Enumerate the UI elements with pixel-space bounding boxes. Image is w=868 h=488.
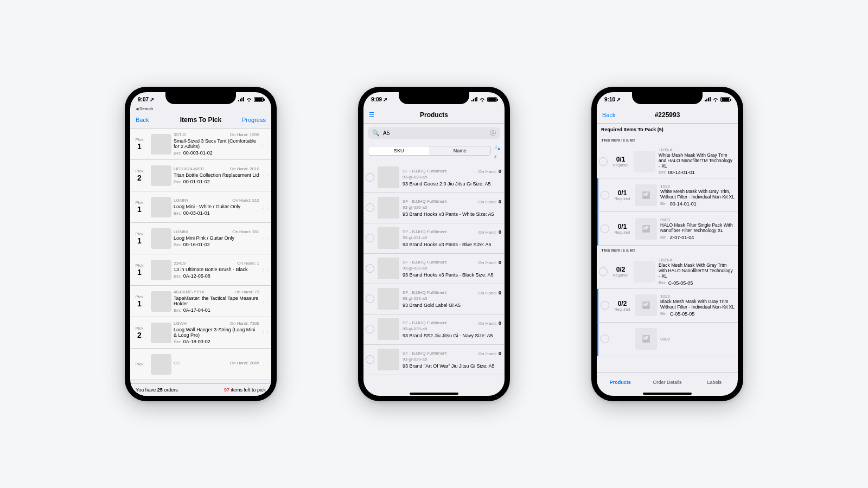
wifi-icon xyxy=(479,97,486,102)
pick-row[interactable]: Pick2 LGWH On Hand: 7306 Loog Wall Hange… xyxy=(130,317,271,349)
select-radio[interactable] xyxy=(366,234,374,242)
signal-icon xyxy=(705,97,711,101)
wifi-icon xyxy=(246,97,252,102)
drag-handle-icon[interactable]: ⋮⋮ xyxy=(261,131,269,157)
sku-label: 93-gi-028-a5 xyxy=(403,175,501,179)
pick-list[interactable]: Pick1 3ST-S On Hand: 1559 Small-Sized 3 … xyxy=(130,129,271,383)
pick-row[interactable]: Pick CC On Hand: 2865 ⋮⋮ xyxy=(130,349,271,380)
segment-name[interactable]: Name xyxy=(429,146,490,155)
image-placeholder-icon xyxy=(635,218,657,240)
select-radio[interactable] xyxy=(366,294,374,303)
pack-row[interactable]: 0/1 Required 1033-K White Mesh Mask With… xyxy=(597,145,738,178)
fulfillment-label: SF - BJJHQ Fulfillment xyxy=(403,260,446,265)
sku-label: 23419 xyxy=(174,261,186,266)
sku-label: 93-gi-035-a5 xyxy=(403,326,501,331)
search-box[interactable]: 🔍 ⓧ xyxy=(368,127,500,139)
onhand: On Hand: 0 xyxy=(478,320,501,326)
location-icon: ➚ xyxy=(150,97,154,102)
fulfillment-label: SF - BJJHQ Fulfillment xyxy=(403,320,446,326)
back-to-search[interactable]: ◀ Search xyxy=(130,106,271,111)
pick-row[interactable]: Pick1 LGMIW On Hand: 310 Loog Mini - Whi… xyxy=(130,191,271,223)
tab-products[interactable]: Products xyxy=(597,373,644,391)
product-name: White Mesh Mask With Gray Trim, Without … xyxy=(660,189,735,200)
pack-row[interactable]: 0/1 Required 9003 HALO Mask Filter Singl… xyxy=(597,212,738,246)
select-radio[interactable] xyxy=(366,355,374,364)
drag-handle-icon[interactable]: ⋮⋮ xyxy=(261,351,269,377)
onhand: On Hand: 2010 xyxy=(230,166,259,171)
select-radio[interactable] xyxy=(366,173,374,182)
product-name: 13 in Ultimate Bottle Brush - Black xyxy=(174,267,259,272)
select-radio[interactable] xyxy=(366,203,374,212)
drag-handle-icon[interactable]: ⋮⋮ xyxy=(261,288,269,314)
battery-icon xyxy=(487,97,497,102)
product-row[interactable]: SF - BJJHQ Fulfillment On Hand: 0 93-gi-… xyxy=(363,284,505,314)
product-name: 93 Brand Hooks v3 Pants - Blue Size: A5 xyxy=(403,242,501,247)
search-icon: 🔍 xyxy=(372,130,380,137)
nav-bar: ☰ Products xyxy=(363,106,505,124)
pick-row[interactable]: Pick1 23419 On Hand: 1 13 in Ultimate Bo… xyxy=(130,254,271,286)
pick-row[interactable]: Pick2 LID31674-WEB On Hand: 2010 Titan B… xyxy=(130,160,271,191)
product-name: 93 Brand Goose 2.0 Jiu Jitsu Gi Size: A5 xyxy=(403,181,501,187)
product-row[interactable]: SF - BJJHQ Fulfillment On Hand: 0 93-gi-… xyxy=(363,193,505,223)
product-row[interactable]: SF - BJJHQ Fulfillment On Hand: 0 93-gi-… xyxy=(363,254,505,284)
bin-value: 00-03-01-01 xyxy=(183,210,210,216)
sku-label: 1033-K xyxy=(659,147,735,152)
page-title: Items To Pick xyxy=(163,116,239,124)
pick-row[interactable]: Pick1 48-BKMF-YY74 On Hand: 73 TapeMaste… xyxy=(130,286,271,317)
pack-list[interactable]: This item is a kit 0/1 Required 1033-K W… xyxy=(597,136,738,373)
back-triangle-icon: ◀ xyxy=(136,107,138,111)
product-thumbnail xyxy=(151,134,171,155)
pack-row[interactable]: 0/2 Required 1023-K Black Mesh Mask With… xyxy=(597,255,738,288)
tab-order-details[interactable]: Order Details xyxy=(644,373,691,391)
product-thumbnail xyxy=(378,166,399,188)
select-radio[interactable] xyxy=(366,325,374,333)
sort-direction-icon[interactable]: ↓AZ xyxy=(494,143,500,159)
product-row[interactable]: SF - BJJHQ Fulfillment On Hand: 0 93-gi-… xyxy=(363,345,505,375)
product-row[interactable]: SF - BJJHQ Fulfillment On Hand: 0 93-gi-… xyxy=(363,314,505,345)
select-radio[interactable] xyxy=(601,191,609,200)
pick-count: Pick1 xyxy=(130,256,149,283)
product-thumbnail xyxy=(151,323,171,343)
pack-row[interactable]: 9003 xyxy=(597,323,738,356)
tab-labels[interactable]: Labels xyxy=(691,373,738,391)
back-button[interactable]: Back xyxy=(602,112,629,118)
select-radio[interactable] xyxy=(366,264,374,273)
pick-row[interactable]: Pick1 LGMIM On Hand: 381 Loog Mini Pink … xyxy=(130,223,271,254)
drag-handle-icon[interactable]: ⋮⋮ xyxy=(261,225,269,252)
segment-sku[interactable]: SKU xyxy=(368,146,429,155)
sort-segment: SKU Name xyxy=(368,146,491,156)
clear-search-icon[interactable]: ⓧ xyxy=(490,129,496,137)
required-count: 0/1 Required xyxy=(612,223,632,234)
pick-row[interactable]: Pick1 3ST-S On Hand: 1559 Small-Sized 3 … xyxy=(130,129,271,160)
fulfillment-label: SF - BJJHQ Fulfillment xyxy=(403,229,446,235)
select-radio[interactable] xyxy=(599,157,608,166)
battery-icon xyxy=(720,97,730,102)
product-thumbnail xyxy=(634,261,655,282)
select-radio[interactable] xyxy=(599,267,608,276)
back-button[interactable]: Back xyxy=(136,117,163,123)
drag-handle-icon[interactable]: ⋮⋮ xyxy=(261,256,269,283)
select-radio[interactable] xyxy=(601,335,609,343)
product-list[interactable]: SF - BJJHQ Fulfillment On Hand: 0 93-gi-… xyxy=(363,163,505,391)
product-row[interactable]: SF - BJJHQ Fulfillment On Hand: 0 93-gi-… xyxy=(363,223,505,254)
notch xyxy=(632,92,703,104)
drag-handle-icon[interactable]: ⋮⋮ xyxy=(261,319,269,346)
onhand: On Hand: 1559 xyxy=(230,132,259,137)
search-input[interactable] xyxy=(383,130,487,136)
product-thumbnail xyxy=(151,291,171,312)
pack-row[interactable]: 0/2 Required 1023 Black Mesh Mask With G… xyxy=(597,289,738,323)
fulfillment-label: SF - BJJHQ Fulfillment xyxy=(403,169,446,174)
bin-value: C-05-05-05 xyxy=(668,280,693,286)
select-radio[interactable] xyxy=(601,224,609,233)
pack-row[interactable]: 0/1 Required 1033 White Mesh Mask With G… xyxy=(597,178,738,212)
menu-button[interactable]: ☰ xyxy=(369,111,396,118)
product-row[interactable]: SF - BJJHQ Fulfillment On Hand: 0 93-gi-… xyxy=(363,163,505,193)
fulfillment-label: SF - BJJHQ Fulfillment xyxy=(403,290,446,296)
select-radio[interactable] xyxy=(601,301,609,310)
onhand: On Hand: 0 xyxy=(478,229,501,235)
progress-button[interactable]: Progress xyxy=(239,117,266,123)
drag-handle-icon[interactable]: ⋮⋮ xyxy=(261,194,269,220)
onhand: On Hand: 0 xyxy=(478,260,501,265)
drag-handle-icon[interactable]: ⋮⋮ xyxy=(261,162,269,189)
bin-value: 00-003-01-02 xyxy=(183,150,213,156)
